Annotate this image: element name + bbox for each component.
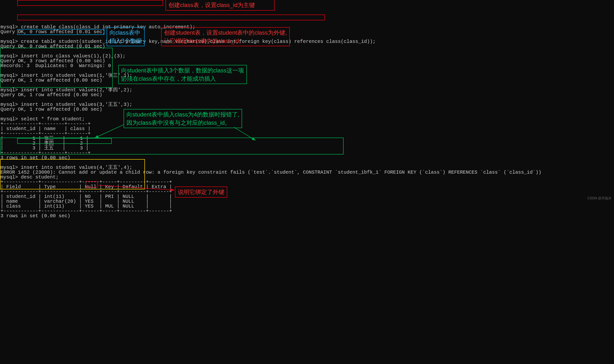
annotation-create-class: 创建class表，设置class_id为主键 (165, 0, 275, 11)
result: Records: 3 Duplicates: 0 Warnings: 0 (0, 63, 111, 68)
result: 3 rows in set (0.00 sec) (0, 155, 70, 161)
annotation-insert-class: 向class表中 插入3个数据 (107, 27, 145, 46)
result: Query OK, 1 row affected (0.00 sec) (0, 92, 102, 98)
watermark: CSDN @月临水 (587, 196, 612, 200)
annotation-create-student: 创建student表，设置student表中的class为外键, 让它绑定cla… (161, 27, 290, 46)
result: 3 rows in set (0.00 sec) (0, 213, 70, 219)
terminal-output: mysql> create table class(class_id int p… (0, 20, 614, 219)
annotation-mul-fk: 说明它绑定了外键 (175, 186, 227, 198)
result: Query OK, 1 row affected (0.00 sec) (0, 78, 102, 83)
error-message: ERROR 1452 (23000): Cannot add or update… (0, 169, 541, 175)
result: Query OK, 0 rows affected (0.01 sec) (0, 29, 105, 35)
annotation-insert-students: 向student表中插入3个数据，数据的class这一项 必须在class表中存… (118, 65, 247, 84)
annotation-insert-fail: 向student表中插入class为4的数据时报错了, 因为class表中没有与… (124, 109, 242, 128)
highlight-create-student (17, 14, 325, 20)
result: Query OK, 0 rows affected (0.01 sec) (0, 44, 105, 49)
result: Query OK, 1 row affected (0.00 sec) (0, 106, 102, 112)
highlight-create-class (17, 0, 163, 6)
